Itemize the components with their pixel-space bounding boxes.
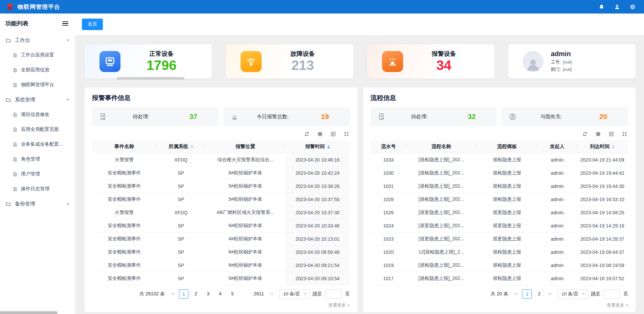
table-row[interactable]: 安全帽检测事件SP5#机组锅炉本体2023-04-20 10:37:55 <box>92 193 350 206</box>
page-size-select[interactable]: 10 条/页 <box>557 289 588 299</box>
table-cell: 2023-04-19 19:44:30 <box>577 179 628 193</box>
sidebar-item-project-info-edit[interactable]: 项目信息修改 <box>0 107 75 122</box>
table-row[interactable]: 1026[巡更隐患上报]_202...巡更隐患上报admin2023-04-19… <box>371 206 628 219</box>
table-row[interactable]: 安全帽检测事件SP4#机组锅炉本体2023-04-20 10:13:01 <box>92 232 350 245</box>
table-row[interactable]: 安全帽检测事件SP5#机组锅炉本体2023-04-20 09:10:54 <box>92 272 350 285</box>
col-event-name[interactable]: 事件名称 <box>92 140 156 153</box>
table-cell: 1033 <box>371 153 407 166</box>
view-more-link[interactable]: 查看更多 > <box>92 302 350 308</box>
table-cell: 1024 <box>371 219 407 232</box>
table-row[interactable]: 102012[巡检隐患上报]_2...巡检隐患上报admin2023-04-19… <box>371 245 628 259</box>
sort-icon <box>612 145 615 149</box>
table-row[interactable]: 火警报警XFDQ综合楼火灾报警系统综合...2023-04-20 10:46:1… <box>92 153 350 166</box>
next-page-button[interactable]: > <box>547 289 553 299</box>
tab-home[interactable]: 首页 <box>82 19 103 30</box>
table-cell: 综合楼火灾报警系统综合... <box>205 153 285 166</box>
user-icon[interactable] <box>614 4 620 10</box>
table-row[interactable]: 安全帽检测事件SP5#机组锅炉本体2023-04-20 10:38:26 <box>92 179 350 193</box>
horizontal-scrollbar-thumb[interactable] <box>117 77 184 80</box>
sidebar-item-workbench-app-settings[interactable]: 工作台应用设置 <box>0 48 75 63</box>
col-flow-name[interactable]: 流程名称 <box>406 140 476 153</box>
menu-collapse-icon[interactable] <box>62 21 68 26</box>
next-page-button[interactable]: > <box>268 289 275 299</box>
bell-icon[interactable] <box>598 4 605 10</box>
flow-info-panel: 流程信息 待处理: 32 与我有关: 20 <box>363 88 636 312</box>
pagination-page-4[interactable]: 4 <box>216 289 225 299</box>
view-more-link[interactable]: 查看更多 > <box>371 302 628 308</box>
pagination-page-1[interactable]: 1 <box>179 289 188 299</box>
col-serial-no[interactable]: 流水号 <box>371 140 407 153</box>
page-jump-input[interactable] <box>604 289 620 298</box>
horizontal-scrollbar[interactable] <box>0 311 58 314</box>
table-row[interactable]: 安全帽检测事件SP6#机组锅炉本体2023-04-20 10:33:46 <box>92 219 350 232</box>
col-initiator[interactable]: 发起人 <box>538 140 576 153</box>
pagination-page-1[interactable]: 1 <box>522 289 532 299</box>
gear-icon[interactable] <box>629 4 636 10</box>
col-alarm-time[interactable]: 报警时间 <box>285 140 350 153</box>
table-row[interactable]: 1019[巡检隐患上报]_202...巡检隐患上报admin2023-04-18… <box>371 259 628 272</box>
table-row[interactable]: 1023[巡更隐患上报]_202...巡更隐患上报admin2023-04-19… <box>371 232 628 245</box>
table-cell: 安全帽检测事件 <box>92 179 156 193</box>
column-settings-icon[interactable] <box>330 131 336 137</box>
fullscreen-icon[interactable] <box>622 131 627 137</box>
sidebar-item-iot-platform[interactable]: 物联网管理平台 <box>0 77 75 92</box>
prev-page-button[interactable]: < <box>170 289 176 299</box>
app-title: 物联网管理平台 <box>18 3 60 11</box>
table-cell: 火警报警 <box>92 153 156 166</box>
pagination-page-2[interactable]: 2 <box>534 289 544 299</box>
table-cell: 巡更隐患上报 <box>476 232 538 245</box>
pagination-ellipsis[interactable]: ··· <box>240 289 249 299</box>
table-cell: 2023-04-19 16:53:10 <box>577 193 628 206</box>
col-arrival-time[interactable]: 到达时间 <box>577 140 628 153</box>
pagination-page-5[interactable]: 5 <box>228 289 237 299</box>
column-settings-icon[interactable] <box>608 131 614 137</box>
table-row[interactable]: 1024[巡更隐患上报]_202...巡更隐患上报admin2023-04-19… <box>371 219 628 232</box>
table-row[interactable]: 1017[巡检隐患上报]_202...巡检隐患上报admin2023-04-16… <box>371 272 628 285</box>
fullscreen-icon[interactable] <box>343 131 349 137</box>
col-alarm-location[interactable]: 报警位置 <box>205 140 285 153</box>
table-row[interactable]: 火警报警XFDQAB厂燃料区域火灾报警系...2023-04-20 10:37:… <box>92 206 350 219</box>
page-size-select[interactable]: 10 条/页 <box>279 289 310 299</box>
table-cell: [巡更隐患上报]_202... <box>406 206 476 219</box>
col-system[interactable]: 所属系统 <box>156 140 205 153</box>
sidebar-group-workbench[interactable]: 工作台 <box>0 33 75 48</box>
table-cell: 巡更隐患上报 <box>476 219 538 232</box>
refresh-icon[interactable] <box>582 131 588 137</box>
sidebar-item-all-app-info[interactable]: 全部应用信息 <box>0 63 75 77</box>
table-row[interactable]: 1031[巡检隐患上报]_202...巡检隐患上报admin2023-04-19… <box>371 179 628 193</box>
table-row[interactable]: 1033[巡检隐患上报]_202...巡检隐患上报admin2023-04-19… <box>371 153 628 166</box>
stat-card-alarm-devices: 报警设备 34 <box>367 44 494 78</box>
sidebar-item-global-config-page[interactable]: 应用全局配置页面 <box>0 122 75 137</box>
table-cell: 2023-04-20 10:38:26 <box>285 179 350 193</box>
gear-icon[interactable] <box>317 131 323 137</box>
gear-icon[interactable] <box>595 131 601 137</box>
doc-icon <box>13 127 18 132</box>
pagination-page-2[interactable]: 2 <box>191 289 201 299</box>
sidebar-item-business-integration-config[interactable]: 业务集成业务配置... <box>0 137 75 152</box>
table-row[interactable]: 安全帽检测事件SP6#机组锅炉本体2023-04-20 09:50:48 <box>92 245 350 259</box>
table-row[interactable]: 安全帽检测事件SP6#机组锅炉本体2023-04-20 10:42:24 <box>92 166 350 179</box>
pagination-page-3[interactable]: 3 <box>203 289 213 299</box>
sidebar-item-user-mgmt[interactable]: 用户管理 <box>0 167 75 182</box>
sidebar-item-operation-log-mgmt[interactable]: 操作日志管理 <box>0 182 75 196</box>
table-cell: 1017 <box>371 272 407 285</box>
table-row[interactable]: 1028[巡检隐患上报]_202...巡检隐患上报admin2023-04-19… <box>371 193 628 206</box>
table-row[interactable]: 安全帽检测事件SP6#机组锅炉本体2023-04-20 09:21:54 <box>92 259 350 272</box>
pending-doc-icon <box>99 113 107 121</box>
col-flow-template[interactable]: 流程模板 <box>476 140 538 153</box>
sidebar-item-role-mgmt[interactable]: 角色管理 <box>0 152 75 167</box>
page-jump-input[interactable] <box>326 289 342 298</box>
prev-page-button[interactable]: < <box>513 289 519 299</box>
pagination-page-2611[interactable]: 2611 <box>252 289 266 299</box>
table-cell: [巡检隐患上报]_202... <box>406 193 476 206</box>
table-cell: 5#机组锅炉本体 <box>205 193 285 206</box>
table-row[interactable]: 1030[巡检隐患上报]_202...巡检隐患上报admin2023-04-19… <box>371 166 628 179</box>
chevron-down-icon <box>304 293 307 295</box>
table-cell: 巡检隐患上报 <box>476 166 538 179</box>
sidebar-group-system-mgmt[interactable]: 系统管理 <box>0 92 75 107</box>
refresh-icon[interactable] <box>304 131 310 137</box>
doc-icon <box>13 157 18 162</box>
table-cell: 1028 <box>371 193 407 206</box>
table-cell: 1020 <box>371 245 407 259</box>
sidebar-group-backup-mgmt[interactable]: 备份管理 <box>0 196 75 211</box>
